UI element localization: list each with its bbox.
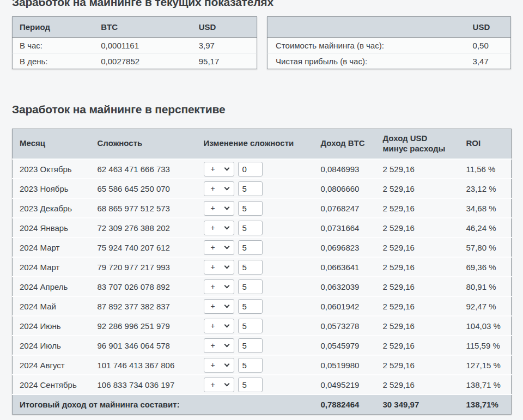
- difficulty-change-cell: +: [197, 198, 314, 218]
- income-usd-cell: 2 529,16: [376, 218, 459, 238]
- chevron-down-icon: [224, 303, 229, 308]
- difficulty-change-input[interactable]: [238, 260, 263, 275]
- difficulty-change-input[interactable]: [238, 358, 263, 373]
- income-usd-cell: 2 529,16: [376, 277, 459, 296]
- month-cell: 2024 Сентябрь: [13, 375, 90, 394]
- income-btc-cell: 0,0768247: [314, 198, 376, 218]
- difficulty-change-cell: +: [197, 257, 314, 277]
- col-header-income-btc: Доход BTC: [314, 129, 376, 159]
- income-btc-cell: 0,0846993: [314, 159, 376, 179]
- chevron-down-icon: [224, 224, 229, 230]
- forecast-row: 2024 Январь 72 309 276 388 202 + 0,07316…: [13, 218, 512, 238]
- usd-value: 95,17: [192, 53, 257, 69]
- difficulty-sign-select[interactable]: +: [204, 260, 234, 275]
- forecast-row: 2024 Март 79 720 977 217 993 + 0,0663641…: [13, 257, 512, 277]
- income-usd-cell: 2 529,16: [376, 198, 459, 218]
- difficulty-change-input[interactable]: [238, 338, 263, 353]
- period-label: В день:: [13, 53, 94, 69]
- difficulty-change-cell: +: [197, 179, 314, 198]
- difficulty-sign-select[interactable]: +: [204, 378, 234, 392]
- usd-value: 3,97: [192, 38, 257, 53]
- difficulty-change-cell: +: [197, 218, 314, 238]
- difficulty-change-input[interactable]: [238, 279, 263, 294]
- chevron-down-icon: [224, 244, 229, 249]
- forecast-row: 2024 Июнь 92 286 996 251 979 + 0,0573278…: [13, 316, 512, 336]
- difficulty-sign-select[interactable]: +: [204, 279, 234, 294]
- col-header-difficulty-change: Изменение сложности: [197, 129, 314, 159]
- difficulty-cell: 101 746 413 367 806: [90, 355, 197, 375]
- income-usd-cell: 2 529,16: [376, 336, 459, 355]
- difficulty-change-input[interactable]: [238, 201, 263, 216]
- roi-cell: 115,59 %: [459, 336, 512, 355]
- table-row: В день: 0,0027852 95,17: [13, 53, 257, 69]
- usd-value: 3,47: [466, 53, 511, 69]
- col-header-roi: ROI: [459, 129, 512, 159]
- difficulty-sign-select[interactable]: +: [204, 221, 234, 235]
- difficulty-change-cell: +: [197, 238, 314, 257]
- difficulty-change-cell: +: [197, 159, 314, 179]
- table-row: Чистая прибыль (в час): 3,47: [267, 53, 511, 69]
- current-earnings-table: Период BTC USD В час: 0,0001161 3,97 В д…: [12, 16, 257, 69]
- income-usd-cell: 2 529,16: [376, 257, 459, 277]
- income-usd-cell: 2 529,16: [376, 375, 459, 394]
- page-title-forecast: Заработок на майнинге в перспективе: [12, 102, 511, 117]
- roi-cell: 138,71 %: [459, 375, 512, 394]
- forecast-row: 2023 Ноябрь 65 586 645 250 070 + 0,08066…: [13, 179, 512, 198]
- difficulty-change-input[interactable]: [238, 240, 263, 255]
- month-cell: 2023 Декабрь: [13, 198, 90, 218]
- roi-cell: 23,12 %: [459, 179, 512, 198]
- forecast-row: 2023 Октябрь 62 463 471 666 733 + 0,0846…: [13, 159, 512, 179]
- income-btc-cell: 0,0601942: [314, 296, 376, 316]
- table-row: В час: 0,0001161 3,97: [13, 38, 257, 53]
- difficulty-sign-value: +: [211, 361, 215, 369]
- roi-cell: 46,24 %: [459, 218, 512, 238]
- difficulty-sign-value: +: [211, 184, 215, 193]
- income-btc-cell: 0,0632039: [314, 277, 376, 296]
- difficulty-change-cell: +: [197, 296, 314, 316]
- btc-value: 0,0001161: [94, 38, 192, 53]
- chevron-down-icon: [224, 283, 229, 289]
- month-cell: 2024 Март: [13, 257, 90, 277]
- forecast-row: 2024 Июль 96 901 346 064 578 + 0,0545979…: [13, 336, 512, 355]
- income-btc-cell: 0,0806660: [314, 179, 376, 198]
- col-header-btc: BTC: [94, 17, 192, 38]
- difficulty-change-input[interactable]: [238, 299, 263, 314]
- difficulty-sign-value: +: [211, 341, 215, 350]
- forecast-row: 2024 Май 87 892 377 382 837 + 0,0601942 …: [13, 296, 512, 316]
- income-btc-cell: 0,0663641: [314, 257, 376, 277]
- table-header-row: Месяц Сложность Изменение сложности Дохо…: [13, 129, 512, 159]
- difficulty-sign-select[interactable]: +: [204, 162, 234, 176]
- total-label: Итоговый доход от майнинга составит:: [13, 394, 314, 414]
- month-cell: 2024 Март: [13, 238, 90, 257]
- difficulty-change-cell: +: [197, 355, 314, 375]
- difficulty-change-input[interactable]: [238, 378, 263, 392]
- cost-label: Стоимость майнинга (в час):: [267, 38, 466, 53]
- difficulty-sign-select[interactable]: +: [204, 319, 234, 333]
- month-cell: 2023 Октябрь: [13, 159, 90, 179]
- page-title-current: Заработок на майнинге в текущих показате…: [12, 0, 511, 9]
- forecast-table: Месяц Сложность Изменение сложности Дохо…: [12, 129, 512, 415]
- forecast-total-row: Итоговый доход от майнинга составит: 0,7…: [13, 394, 512, 414]
- col-header-income-usd: Доход USD минус расходы: [376, 129, 459, 159]
- difficulty-sign-select[interactable]: +: [204, 299, 234, 314]
- difficulty-sign-select[interactable]: +: [204, 338, 234, 353]
- difficulty-sign-select[interactable]: +: [204, 240, 234, 255]
- difficulty-change-input[interactable]: [238, 162, 263, 176]
- difficulty-cell: 92 286 996 251 979: [90, 316, 197, 336]
- difficulty-sign-value: +: [211, 165, 215, 173]
- difficulty-sign-value: +: [211, 243, 215, 252]
- difficulty-sign-select[interactable]: +: [204, 181, 234, 196]
- roi-cell: 57,80 %: [459, 238, 512, 257]
- difficulty-change-input[interactable]: [238, 221, 263, 235]
- difficulty-sign-value: +: [211, 282, 215, 291]
- difficulty-sign-value: +: [211, 380, 215, 389]
- difficulty-sign-select[interactable]: +: [204, 358, 234, 373]
- income-btc-cell: 0,0573278: [314, 316, 376, 336]
- usd-value: 0,50: [466, 38, 511, 53]
- difficulty-change-input[interactable]: [238, 181, 263, 196]
- income-usd-cell: 2 529,16: [376, 179, 459, 198]
- difficulty-change-input[interactable]: [238, 319, 263, 333]
- difficulty-sign-select[interactable]: +: [204, 201, 234, 216]
- difficulty-cell: 62 463 471 666 733: [90, 159, 197, 179]
- chevron-down-icon: [224, 166, 229, 171]
